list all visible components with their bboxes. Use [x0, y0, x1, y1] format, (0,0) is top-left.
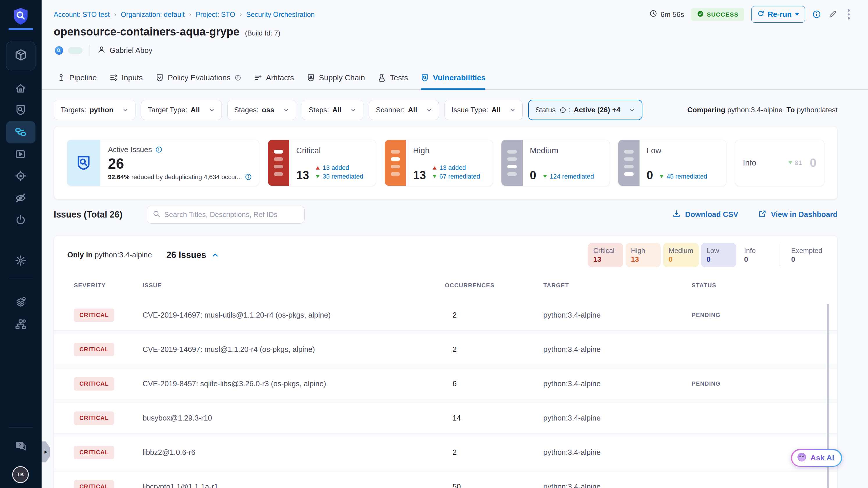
- tab-artifacts[interactable]: Artifacts: [254, 66, 294, 90]
- severity-count: 13: [296, 170, 309, 180]
- issue-title: libbz2@1.0.6-r6: [143, 448, 445, 457]
- tab-policy-evaluations[interactable]: Policy Evaluations: [156, 66, 241, 90]
- pill-info[interactable]: Info0: [739, 243, 774, 267]
- medium-severity-card[interactable]: Medium0124 remediated: [501, 140, 610, 186]
- issue-row[interactable]: CRITICALCVE-2019-14697: musl@1.1.20-r4 (…: [54, 334, 837, 365]
- issue-title: CVE-2019-14697: musl@1.1.20-r4 (os-pkgs,…: [143, 345, 445, 354]
- sidebar-item-home[interactable]: [0, 83, 41, 96]
- filter-stages[interactable]: Stages:oss: [227, 100, 296, 120]
- pill-exempted[interactable]: Exempted0: [786, 243, 828, 267]
- ask-ai-button[interactable]: Ask AI: [791, 449, 842, 467]
- issue-row[interactable]: CRITICALlibcrypto1.1@1.1.1a-r150python:3…: [54, 472, 837, 488]
- filter-steps[interactable]: Steps:All: [302, 100, 363, 120]
- sidebar-item-targets[interactable]: [0, 170, 41, 184]
- added-count[interactable]: 13 added: [316, 164, 363, 172]
- issue-row[interactable]: CRITICALCVE-2019-8457: sqlite-libs@3.26.…: [54, 368, 837, 399]
- issue-row[interactable]: CRITICALbusybox@1.29.3-r1014python:3.4-a…: [54, 403, 837, 433]
- edit-pipeline-button[interactable]: [828, 10, 837, 19]
- occurrences-count: 2: [445, 448, 543, 457]
- more-options-button[interactable]: [844, 8, 853, 21]
- tab-label: Vulnerabilities: [433, 73, 486, 82]
- sidebar-item-default-settings[interactable]: [0, 296, 41, 310]
- breadcrumb-separator: ›: [189, 10, 191, 18]
- sidebar-item-executions[interactable]: [0, 148, 41, 162]
- tab-tests[interactable]: Tests: [378, 66, 408, 90]
- info-icon[interactable]: [155, 146, 162, 153]
- tab-inputs[interactable]: Inputs: [110, 66, 143, 90]
- column-header-target: TARGET: [543, 282, 691, 289]
- issue-title: CVE-2019-8457: sqlite-libs@3.26.0-r3 (os…: [143, 379, 445, 388]
- filter-targets[interactable]: Targets:python: [54, 100, 135, 120]
- sidebar-item-exemptions[interactable]: [0, 192, 41, 206]
- module-selector-button[interactable]: [6, 41, 35, 70]
- critical-severity-card[interactable]: Critical1313 added35 remediated: [268, 140, 376, 186]
- triangle-up-icon: [433, 166, 437, 170]
- pill-value: 0: [791, 255, 823, 264]
- filter-issue-type[interactable]: Issue Type:All: [444, 100, 522, 120]
- dedup-summary: 92.64% reduced by deduplicating 4,634 oc…: [108, 173, 252, 181]
- collapse-group-button[interactable]: [212, 251, 219, 259]
- triggered-by-user: Gabriel Aboy: [97, 45, 152, 56]
- sto-shield-logo-icon[interactable]: [0, 7, 41, 27]
- build-id: (Build Id: 7): [245, 29, 280, 37]
- remediated-count[interactable]: 67 remediated: [433, 173, 480, 180]
- breadcrumb-link-organization[interactable]: Organization: default: [121, 10, 185, 19]
- breadcrumb-link-account[interactable]: Account: STO test: [54, 10, 110, 19]
- high-severity-card[interactable]: High1313 added67 remediated: [384, 140, 493, 186]
- pill-medium[interactable]: Medium0: [663, 243, 699, 267]
- build-info-button[interactable]: [812, 10, 821, 19]
- filter-scanner[interactable]: Scanner:All: [369, 100, 439, 120]
- triangle-down-icon: [543, 175, 547, 178]
- tab-label: Artifacts: [266, 73, 294, 82]
- pill-low[interactable]: Low0: [701, 243, 736, 267]
- filter-status[interactable]: Status:Active (26) +4: [528, 100, 643, 120]
- info-severity-card[interactable]: Info 81 0: [735, 140, 825, 186]
- breadcrumb-link-security-orchestration[interactable]: Security Orchestration: [246, 10, 314, 19]
- triangle-up-icon: [316, 166, 320, 170]
- info-icon[interactable]: [245, 173, 252, 181]
- low-severity-card[interactable]: Low045 remediated: [618, 140, 726, 186]
- issue-row[interactable]: CRITICALCVE-2019-14697: musl-utils@1.1.2…: [54, 300, 837, 330]
- severity-badge: CRITICAL: [74, 343, 114, 356]
- filter-target-type[interactable]: Target Type:All: [141, 100, 222, 120]
- search-input[interactable]: [164, 211, 299, 219]
- user-avatar[interactable]: TK: [12, 466, 29, 483]
- scan-stage-pill: [68, 47, 83, 54]
- breadcrumb-link-project[interactable]: Project: STO: [196, 10, 235, 19]
- issues-search[interactable]: [147, 206, 305, 224]
- sidebar-item-get-started[interactable]: [0, 214, 41, 228]
- rerun-button[interactable]: Re-run: [751, 6, 805, 23]
- sidebar-item-org-settings[interactable]: [0, 318, 41, 332]
- sidebar-item-settings[interactable]: [0, 255, 41, 268]
- sidebar-item-help[interactable]: ?: [0, 440, 41, 454]
- remediated-count[interactable]: 45 remediated: [659, 173, 707, 180]
- sidebar-item-pipelines[interactable]: [6, 121, 35, 143]
- external-link-icon: [758, 210, 767, 220]
- breadcrumb-separator: ›: [114, 10, 117, 18]
- severity-card-title: Critical: [296, 146, 370, 155]
- breadcrumb-separator: ›: [240, 10, 242, 18]
- filter-label: Targets:: [61, 106, 86, 114]
- filter-label: Issue Type:: [452, 106, 488, 114]
- info-icon[interactable]: [235, 74, 241, 81]
- supplychain-icon: [307, 73, 315, 82]
- occurrences-count: 6: [445, 379, 543, 388]
- download-csv-button[interactable]: Download CSV: [672, 210, 738, 220]
- sidebar-item-scans[interactable]: [0, 104, 41, 118]
- remediated-count[interactable]: 35 remediated: [316, 173, 363, 180]
- clock-icon: [649, 9, 657, 19]
- added-count[interactable]: 13 added: [433, 164, 480, 172]
- active-issues-card[interactable]: Active Issues 26 92.64% reduced by dedup…: [67, 140, 259, 186]
- severity-badge: CRITICAL: [74, 309, 114, 322]
- view-in-dashboard-button[interactable]: View in Dashboard: [758, 210, 837, 220]
- tab-vulnerabilities[interactable]: Vulnerabilities: [421, 66, 486, 90]
- remediated-count[interactable]: 124 remediated: [543, 173, 594, 180]
- summary-cards-panel: Active Issues 26 92.64% reduced by dedup…: [54, 126, 838, 199]
- pill-high[interactable]: High13: [626, 243, 661, 267]
- chat-question-icon: ?: [15, 440, 27, 454]
- pill-critical[interactable]: Critical13: [588, 243, 623, 267]
- column-header-issue: ISSUE: [143, 282, 445, 289]
- tab-pipeline[interactable]: Pipeline: [57, 66, 97, 90]
- issue-row[interactable]: CRITICALlibbz2@1.0.6-r62python:3.4-alpin…: [54, 437, 837, 468]
- tab-supply-chain[interactable]: Supply Chain: [307, 66, 365, 90]
